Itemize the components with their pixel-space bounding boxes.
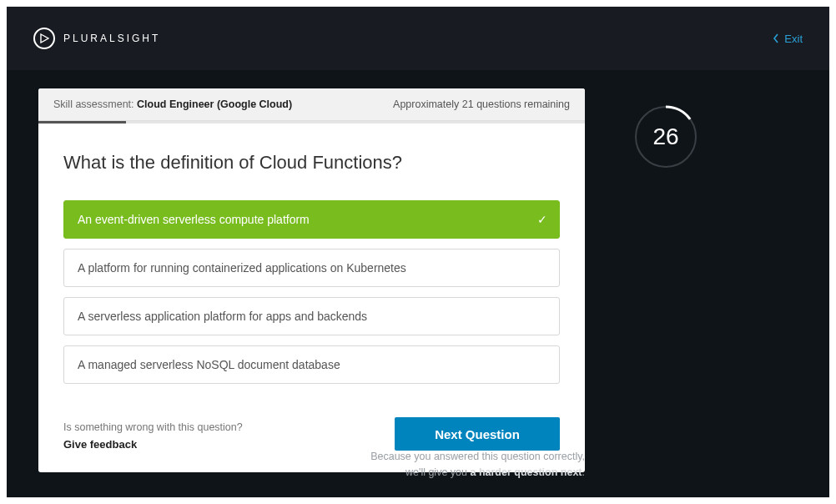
card-header: Skill assessment: Cloud Engineer (Google… — [38, 88, 585, 121]
topbar: PLURALSIGHT Exit — [7, 7, 829, 70]
card-footer: Is something wrong with this question? G… — [63, 417, 560, 451]
exit-link[interactable]: Exit — [773, 33, 803, 45]
progress-fill — [38, 121, 126, 123]
brand-name: PLURALSIGHT — [63, 33, 160, 44]
result-line2: we'll give you a harder question next. — [38, 465, 585, 481]
brand: PLURALSIGHT — [33, 28, 160, 49]
option-1[interactable]: A platform for running containerized app… — [63, 249, 560, 287]
result-line1: Because you answered this question corre… — [38, 449, 585, 465]
app-root: PLURALSIGHT Exit Skill assessment: Cloud… — [7, 7, 829, 497]
options-list: An event-driven serverless compute platf… — [63, 200, 560, 384]
option-3[interactable]: A managed serverless NoSQL document data… — [63, 345, 560, 384]
assessment-name: Cloud Engineer (Google Cloud) — [137, 98, 292, 110]
option-text: A managed serverless NoSQL document data… — [78, 358, 340, 371]
timer-value: 26 — [652, 123, 678, 150]
check-icon: ✓ — [537, 213, 547, 226]
chevron-left-icon — [773, 33, 779, 43]
assessment-label: Skill assessment: — [53, 98, 134, 110]
questions-remaining: Approximately 21 questions remaining — [393, 98, 570, 110]
feedback-block: Is something wrong with this question? G… — [63, 421, 243, 451]
pluralsight-logo-icon — [33, 28, 55, 49]
timer: 26 — [634, 105, 698, 169]
svg-marker-0 — [41, 34, 48, 43]
card-body: What is the definition of Cloud Function… — [38, 123, 585, 472]
assessment-title: Skill assessment: Cloud Engineer (Google… — [53, 98, 292, 110]
feedback-prompt: Is something wrong with this question? — [63, 421, 243, 433]
option-text: An event-driven serverless compute platf… — [78, 213, 310, 226]
question-card: Skill assessment: Cloud Engineer (Google… — [38, 88, 585, 472]
option-text: A serverless application platform for ap… — [78, 310, 367, 323]
option-2[interactable]: A serverless application platform for ap… — [63, 297, 560, 335]
question-text: What is the definition of Cloud Function… — [63, 152, 560, 174]
option-text: A platform for running containerized app… — [78, 261, 406, 275]
option-0[interactable]: An event-driven serverless compute platf… — [63, 200, 560, 239]
progress-bar — [38, 121, 585, 123]
exit-label: Exit — [784, 33, 803, 45]
next-question-button[interactable]: Next Question — [395, 417, 560, 451]
result-message: Because you answered this question corre… — [38, 449, 585, 481]
